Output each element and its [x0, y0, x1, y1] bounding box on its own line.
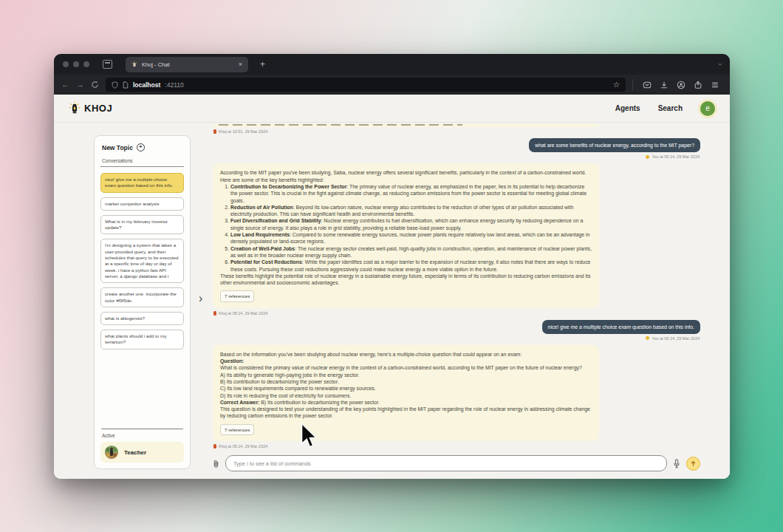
- answer-line: Correct Answer: B) Its contribution to d…: [220, 399, 592, 406]
- message-outro: These benefits highlight the potential r…: [220, 273, 592, 287]
- user-message: nice! give me a multiple choice exam que…: [542, 320, 700, 334]
- message-list: Khoj at 10:51, 29 Mar 2024 what are some…: [213, 124, 700, 453]
- conversation-item[interactable]: What is in my february investor update?: [100, 215, 184, 235]
- url-host: localhost: [133, 81, 160, 89]
- user-avatar[interactable]: e: [700, 101, 715, 116]
- forward-button[interactable]: →: [76, 81, 84, 89]
- new-topic-button[interactable]: New Topic +: [102, 143, 182, 151]
- page-info-icon[interactable]: [123, 81, 129, 89]
- tracking-protection-shield-icon[interactable]: [112, 81, 118, 89]
- attach-paperclip-icon[interactable]: [213, 459, 219, 468]
- message-timestamp: Khoj at 10:51, 29 Mar 2024: [213, 129, 700, 134]
- nav-agents[interactable]: Agents: [615, 104, 640, 112]
- conversation-item[interactable]: create another one. incorporate the colo…: [100, 287, 184, 307]
- active-label: Active: [102, 433, 182, 438]
- conversation-item[interactable]: what is abiogensis?: [100, 312, 184, 325]
- message-intro: Based on the information you've been stu…: [220, 351, 592, 358]
- url-bar[interactable]: localhost :42110 ☆: [106, 78, 626, 92]
- new-topic-label: New Topic: [102, 144, 133, 151]
- reload-button[interactable]: [91, 81, 99, 89]
- nav-search[interactable]: Search: [658, 104, 683, 112]
- user-message: what are some benefits of nuclear energy…: [529, 138, 700, 152]
- question-text: What is considered the primary value of …: [220, 364, 592, 371]
- download-icon[interactable]: [660, 81, 669, 89]
- option: A) Its ability to generate high-paying j…: [220, 372, 592, 378]
- url-port: :42110: [165, 81, 183, 89]
- khoj-agent-icon: [213, 129, 216, 134]
- window-minimize-button[interactable]: [73, 61, 79, 67]
- khoj-agent-icon: [213, 444, 216, 449]
- references-button[interactable]: 7 references: [220, 424, 254, 435]
- new-topic-plus-icon: +: [137, 143, 145, 151]
- active-agent-row[interactable]: Teacher: [100, 442, 184, 463]
- tab-list-chevron-icon[interactable]: ›: [717, 64, 724, 66]
- window-zoom-button[interactable]: [83, 61, 89, 67]
- references-button[interactable]: 7 references: [220, 290, 254, 301]
- teacher-avatar: [105, 446, 118, 459]
- window-close-button[interactable]: [63, 61, 69, 67]
- partial-khoj-message: [213, 124, 599, 127]
- back-button[interactable]: ←: [61, 81, 69, 89]
- chat-input-bar: [213, 453, 700, 479]
- list-item: Contribution to Decarbonizing the Power …: [230, 183, 592, 204]
- chat-area: Khoj at 10:51, 29 Mar 2024 what are some…: [213, 123, 700, 479]
- browser-window: Khoj - Chat × + › ← → localhost :42110 ☆: [54, 54, 730, 479]
- conversation-sidebar: New Topic + Conversations nice! give me …: [94, 135, 191, 469]
- khoj-logo[interactable]: KHOJ: [69, 102, 112, 115]
- tab-overview-icon[interactable]: [103, 60, 112, 69]
- active-agent-name: Teacher: [124, 449, 146, 456]
- new-tab-button[interactable]: +: [260, 59, 265, 69]
- khoj-message: Based on the information you've been stu…: [213, 345, 599, 441]
- khoj-app: KHOJ Agents Search e New Topic + Convers…: [54, 95, 730, 479]
- menu-icon[interactable]: [711, 81, 719, 89]
- mouse-cursor: [299, 423, 318, 449]
- tab-title: Khoj - Chat: [142, 61, 234, 68]
- conversation-item[interactable]: nice! give me a multiple choice exam que…: [100, 173, 184, 193]
- you-icon: [646, 336, 649, 340]
- tab-close-icon[interactable]: ×: [239, 61, 242, 68]
- sidebar-collapse-chevron-icon[interactable]: ›: [199, 293, 202, 304]
- list-item: Fuel Diversification and Grid Stability:…: [230, 217, 592, 231]
- message-timestamp: Khoj at 05:14, 29 Mar 2024: [213, 311, 700, 316]
- khoj-agent-icon: [213, 311, 216, 316]
- question-label: Question:: [220, 358, 592, 364]
- conversation-item[interactable]: what plants should i add to my terrarium…: [100, 330, 184, 349]
- list-item: Creation of Well-Paid Jobs: The nuclear …: [230, 245, 592, 259]
- list-item: Potential for Cost Reductions: While the…: [230, 259, 592, 273]
- sidebar-divider: [101, 429, 183, 429]
- list-item: Low Land Requirements: Compared to some …: [230, 231, 592, 245]
- browser-toolbar: ← → localhost :42110 ☆: [54, 75, 730, 95]
- message-intro: Here are some of the key benefits highli…: [220, 177, 592, 183]
- message-outro: This question is designed to test your u…: [220, 406, 592, 420]
- send-up-arrow-icon: [690, 460, 697, 467]
- bookmark-star-icon[interactable]: ☆: [613, 81, 620, 89]
- conversation-item[interactable]: market competitor analysis: [100, 197, 184, 211]
- app-header: KHOJ Agents Search e: [54, 95, 730, 123]
- tab-strip: Khoj - Chat × + ›: [54, 54, 730, 75]
- share-icon[interactable]: [694, 81, 702, 89]
- brand-name: KHOJ: [84, 103, 112, 114]
- microphone-icon[interactable]: [673, 459, 680, 468]
- toolbar-divider: [632, 79, 633, 91]
- tab-khoj-chat[interactable]: Khoj - Chat ×: [126, 57, 248, 72]
- pocket-icon[interactable]: [643, 81, 652, 89]
- chat-input[interactable]: [225, 455, 667, 471]
- send-button[interactable]: [686, 457, 700, 471]
- khoj-lantern-icon: [69, 102, 81, 115]
- toolbar-right-icons: [640, 81, 722, 89]
- account-icon[interactable]: [677, 81, 685, 89]
- message-timestamp: You at 05:14, 29 Mar 2024: [646, 336, 700, 341]
- conversations-label: Conversations: [100, 158, 184, 167]
- message-timestamp: Khoj at 05:14, 29 Mar 2024: [213, 444, 700, 449]
- khoj-message: According to the MIT paper you've been s…: [213, 163, 599, 307]
- benefits-list: Contribution to Decarbonizing the Power …: [220, 183, 592, 273]
- message-timestamp: You at 05:14, 29 Mar 2024: [646, 154, 700, 159]
- list-item: Reduction of Air Pollution: Beyond its l…: [230, 204, 592, 218]
- option: B) Its contribution to decarbonizing the…: [220, 378, 592, 385]
- khoj-favicon-icon: [131, 61, 137, 68]
- message-intro: According to the MIT paper you've been s…: [220, 169, 592, 176]
- you-icon: [646, 155, 649, 159]
- option: C) Its low land requirements compared to…: [220, 385, 592, 392]
- option: D) Its role in reducing the cost of elec…: [220, 392, 592, 399]
- conversation-item[interactable]: i'm designing a system that takes a user…: [100, 239, 184, 283]
